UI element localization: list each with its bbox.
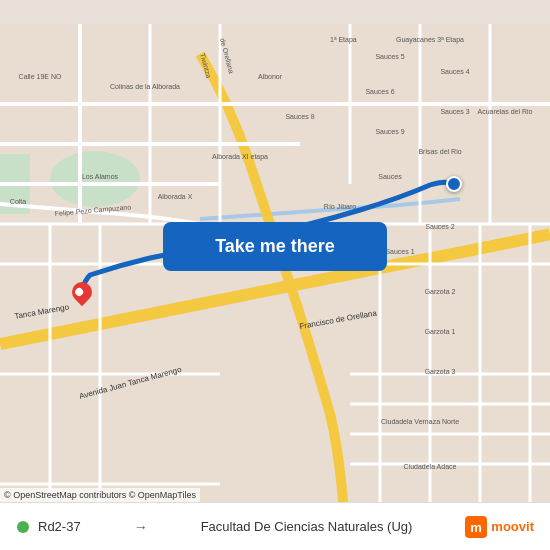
take-me-there-button[interactable]: Take me there — [163, 222, 387, 271]
svg-text:m: m — [471, 520, 483, 535]
moovit-logo-text: moovit — [491, 519, 534, 534]
svg-text:Garzota 1: Garzota 1 — [425, 328, 456, 335]
svg-text:Brisas del Rio: Brisas del Rio — [418, 148, 461, 155]
svg-text:Sauces 5: Sauces 5 — [375, 53, 404, 60]
route-from: Rd2-37 — [16, 519, 81, 534]
moovit-logo: m moovit — [465, 516, 534, 538]
svg-text:Garzota 2: Garzota 2 — [425, 288, 456, 295]
svg-text:Colinas de la Alborada: Colinas de la Alborada — [110, 83, 180, 90]
svg-rect-0 — [0, 24, 550, 526]
svg-text:Río Jíbaro: Río Jíbaro — [324, 203, 356, 210]
bottom-bar: Rd2-37 → Facultad De Ciencias Naturales … — [0, 502, 550, 550]
svg-text:Sauces 9: Sauces 9 — [375, 128, 404, 135]
svg-text:Calle 19E NO: Calle 19E NO — [19, 73, 62, 80]
destination-marker — [446, 176, 462, 192]
svg-text:1ª Etapa: 1ª Etapa — [330, 36, 357, 44]
to-label: Facultad De Ciencias Naturales (Ug) — [201, 519, 413, 534]
route-to: Facultad De Ciencias Naturales (Ug) — [201, 519, 413, 534]
svg-text:Colta: Colta — [10, 198, 26, 205]
from-label: Rd2-37 — [38, 519, 81, 534]
route-arrow: → — [134, 519, 148, 535]
svg-text:Sauces 6: Sauces 6 — [365, 88, 394, 95]
svg-text:Sauces 4: Sauces 4 — [440, 68, 469, 75]
svg-point-60 — [17, 521, 29, 533]
map-container: Guayacanes 3ª Etapa Sauces 5 Sauces 6 Sa… — [0, 0, 550, 550]
svg-text:Alborada X: Alborada X — [158, 193, 193, 200]
svg-text:Ciudadela Adace: Ciudadela Adace — [404, 463, 457, 470]
svg-text:Acuarelas del Rio: Acuarelas del Rio — [478, 108, 533, 115]
svg-text:Alborada XI etapa: Alborada XI etapa — [212, 153, 268, 161]
svg-text:Guayacanes 3ª Etapa: Guayacanes 3ª Etapa — [396, 36, 464, 44]
svg-text:Sauces 8: Sauces 8 — [285, 113, 314, 120]
origin-icon — [16, 520, 30, 534]
svg-text:Sauces: Sauces — [378, 173, 402, 180]
svg-text:Los Alamos: Los Alamos — [82, 173, 119, 180]
svg-text:Ciudadela Vernaza Norte: Ciudadela Vernaza Norte — [381, 418, 459, 425]
svg-text:Albonor: Albonor — [258, 73, 283, 80]
map-attribution: © OpenStreetMap contributors © OpenMapTi… — [0, 488, 200, 502]
svg-text:Sauces 1: Sauces 1 — [385, 248, 414, 255]
svg-text:Garzota 3: Garzota 3 — [425, 368, 456, 375]
svg-text:Sauces 2: Sauces 2 — [425, 223, 454, 230]
button-label: Take me there — [215, 236, 335, 257]
moovit-logo-icon: m — [465, 516, 487, 538]
svg-text:Sauces 3: Sauces 3 — [440, 108, 469, 115]
